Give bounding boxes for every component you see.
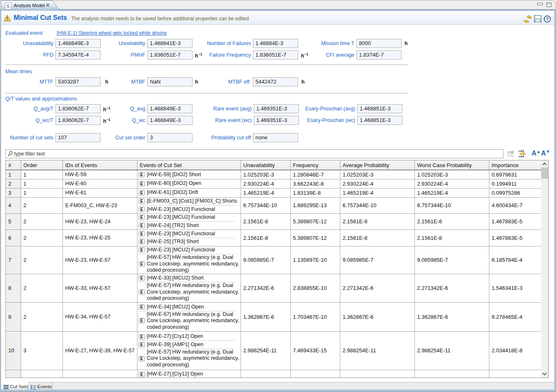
svg-text:?: ?	[546, 17, 549, 22]
